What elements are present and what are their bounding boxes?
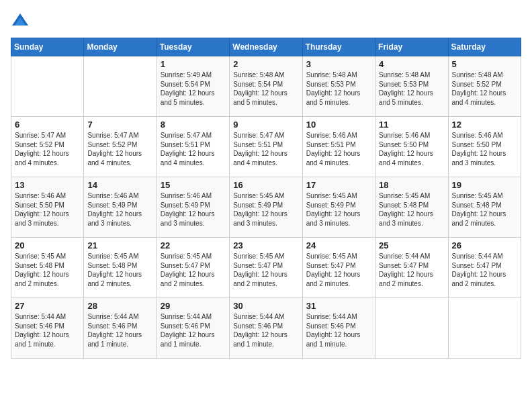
day-number: 12	[452, 120, 517, 130]
header-day-wednesday: Wednesday	[230, 38, 302, 56]
day-info: Sunrise: 5:48 AM Sunset: 5:53 PM Dayligh…	[306, 71, 371, 107]
day-number: 1	[161, 59, 226, 69]
day-number: 7	[87, 120, 152, 130]
calendar-cell: 30Sunrise: 5:44 AM Sunset: 5:46 PM Dayli…	[230, 298, 302, 359]
header-day-tuesday: Tuesday	[157, 38, 229, 56]
day-info: Sunrise: 5:45 AM Sunset: 5:48 PM Dayligh…	[87, 252, 152, 288]
calendar-cell: 2Sunrise: 5:48 AM Sunset: 5:54 PM Daylig…	[230, 56, 302, 117]
header-day-monday: Monday	[84, 38, 157, 56]
day-info: Sunrise: 5:46 AM Sunset: 5:51 PM Dayligh…	[306, 131, 371, 167]
calendar-cell: 1Sunrise: 5:49 AM Sunset: 5:54 PM Daylig…	[157, 56, 229, 117]
day-info: Sunrise: 5:46 AM Sunset: 5:50 PM Dayligh…	[379, 131, 444, 167]
day-number: 13	[15, 180, 80, 190]
day-number: 28	[87, 301, 152, 311]
calendar-cell: 24Sunrise: 5:45 AM Sunset: 5:47 PM Dayli…	[302, 238, 375, 298]
day-info: Sunrise: 5:44 AM Sunset: 5:46 PM Dayligh…	[233, 312, 298, 349]
day-number: 17	[306, 180, 371, 190]
day-number: 8	[161, 120, 226, 130]
day-info: Sunrise: 5:44 AM Sunset: 5:47 PM Dayligh…	[379, 252, 444, 288]
header-day-sunday: Sunday	[11, 38, 84, 56]
calendar-cell: 13Sunrise: 5:46 AM Sunset: 5:50 PM Dayli…	[11, 177, 84, 238]
calendar-cell: 6Sunrise: 5:47 AM Sunset: 5:52 PM Daylig…	[11, 117, 84, 177]
day-info: Sunrise: 5:48 AM Sunset: 5:52 PM Dayligh…	[452, 71, 517, 107]
calendar-cell	[375, 298, 448, 359]
header-row: SundayMondayTuesdayWednesdayThursdayFrid…	[11, 38, 521, 56]
day-info: Sunrise: 5:47 AM Sunset: 5:52 PM Dayligh…	[87, 131, 152, 167]
day-info: Sunrise: 5:45 AM Sunset: 5:47 PM Dayligh…	[306, 252, 371, 288]
day-number: 3	[306, 59, 371, 69]
calendar-cell: 16Sunrise: 5:45 AM Sunset: 5:49 PM Dayli…	[230, 177, 302, 238]
week-row-0: 1Sunrise: 5:49 AM Sunset: 5:54 PM Daylig…	[11, 56, 521, 117]
calendar-cell: 12Sunrise: 5:46 AM Sunset: 5:50 PM Dayli…	[448, 117, 521, 177]
day-info: Sunrise: 5:45 AM Sunset: 5:48 PM Dayligh…	[452, 191, 517, 228]
header	[11, 11, 521, 30]
calendar-cell	[84, 56, 157, 117]
day-info: Sunrise: 5:45 AM Sunset: 5:48 PM Dayligh…	[379, 191, 444, 228]
day-number: 2	[233, 59, 298, 69]
day-number: 6	[15, 120, 80, 130]
day-number: 4	[379, 59, 444, 69]
day-number: 31	[306, 301, 371, 311]
day-info: Sunrise: 5:44 AM Sunset: 5:46 PM Dayligh…	[306, 312, 371, 349]
day-number: 20	[15, 240, 80, 250]
day-number: 11	[379, 120, 444, 130]
logo-icon	[11, 11, 30, 30]
day-info: Sunrise: 5:47 AM Sunset: 5:52 PM Dayligh…	[15, 131, 80, 167]
day-info: Sunrise: 5:44 AM Sunset: 5:46 PM Dayligh…	[87, 312, 152, 349]
calendar-cell: 4Sunrise: 5:48 AM Sunset: 5:53 PM Daylig…	[375, 56, 448, 117]
logo	[11, 11, 32, 30]
day-info: Sunrise: 5:46 AM Sunset: 5:49 PM Dayligh…	[87, 191, 152, 228]
calendar-cell: 5Sunrise: 5:48 AM Sunset: 5:52 PM Daylig…	[448, 56, 521, 117]
day-info: Sunrise: 5:46 AM Sunset: 5:50 PM Dayligh…	[15, 191, 80, 228]
day-number: 9	[233, 120, 298, 130]
day-number: 24	[306, 240, 371, 250]
day-info: Sunrise: 5:44 AM Sunset: 5:46 PM Dayligh…	[161, 312, 226, 349]
calendar-cell: 29Sunrise: 5:44 AM Sunset: 5:46 PM Dayli…	[157, 298, 229, 359]
calendar-cell: 22Sunrise: 5:45 AM Sunset: 5:47 PM Dayli…	[157, 238, 229, 298]
day-info: Sunrise: 5:49 AM Sunset: 5:54 PM Dayligh…	[161, 71, 226, 107]
calendar-cell: 17Sunrise: 5:45 AM Sunset: 5:49 PM Dayli…	[302, 177, 375, 238]
day-number: 19	[452, 180, 517, 190]
calendar-cell: 26Sunrise: 5:44 AM Sunset: 5:47 PM Dayli…	[448, 238, 521, 298]
day-number: 15	[161, 180, 226, 190]
week-row-4: 27Sunrise: 5:44 AM Sunset: 5:46 PM Dayli…	[11, 298, 521, 359]
calendar-cell: 9Sunrise: 5:47 AM Sunset: 5:51 PM Daylig…	[230, 117, 302, 177]
day-info: Sunrise: 5:45 AM Sunset: 5:49 PM Dayligh…	[306, 191, 371, 228]
calendar-cell: 10Sunrise: 5:46 AM Sunset: 5:51 PM Dayli…	[302, 117, 375, 177]
calendar-cell: 7Sunrise: 5:47 AM Sunset: 5:52 PM Daylig…	[84, 117, 157, 177]
day-number: 21	[87, 240, 152, 250]
day-number: 5	[452, 59, 517, 69]
day-number: 29	[161, 301, 226, 311]
day-info: Sunrise: 5:44 AM Sunset: 5:46 PM Dayligh…	[15, 312, 80, 349]
calendar-cell	[11, 56, 84, 117]
calendar-cell: 3Sunrise: 5:48 AM Sunset: 5:53 PM Daylig…	[302, 56, 375, 117]
calendar-cell: 11Sunrise: 5:46 AM Sunset: 5:50 PM Dayli…	[375, 117, 448, 177]
calendar-cell: 25Sunrise: 5:44 AM Sunset: 5:47 PM Dayli…	[375, 238, 448, 298]
day-info: Sunrise: 5:48 AM Sunset: 5:53 PM Dayligh…	[379, 71, 444, 107]
day-info: Sunrise: 5:44 AM Sunset: 5:47 PM Dayligh…	[452, 252, 517, 288]
day-info: Sunrise: 5:46 AM Sunset: 5:49 PM Dayligh…	[161, 191, 226, 228]
calendar-cell: 8Sunrise: 5:47 AM Sunset: 5:51 PM Daylig…	[157, 117, 229, 177]
calendar-cell: 31Sunrise: 5:44 AM Sunset: 5:46 PM Dayli…	[302, 298, 375, 359]
day-info: Sunrise: 5:45 AM Sunset: 5:47 PM Dayligh…	[233, 252, 298, 288]
calendar-cell: 18Sunrise: 5:45 AM Sunset: 5:48 PM Dayli…	[375, 177, 448, 238]
calendar-table: SundayMondayTuesdayWednesdayThursdayFrid…	[11, 38, 521, 359]
day-number: 23	[233, 240, 298, 250]
calendar-cell: 27Sunrise: 5:44 AM Sunset: 5:46 PM Dayli…	[11, 298, 84, 359]
day-number: 16	[233, 180, 298, 190]
week-row-1: 6Sunrise: 5:47 AM Sunset: 5:52 PM Daylig…	[11, 117, 521, 177]
header-day-thursday: Thursday	[302, 38, 375, 56]
calendar-cell: 20Sunrise: 5:45 AM Sunset: 5:48 PM Dayli…	[11, 238, 84, 298]
day-info: Sunrise: 5:45 AM Sunset: 5:47 PM Dayligh…	[161, 252, 226, 288]
day-info: Sunrise: 5:48 AM Sunset: 5:54 PM Dayligh…	[233, 71, 298, 107]
day-number: 22	[161, 240, 226, 250]
calendar-cell: 21Sunrise: 5:45 AM Sunset: 5:48 PM Dayli…	[84, 238, 157, 298]
day-number: 25	[379, 240, 444, 250]
day-info: Sunrise: 5:45 AM Sunset: 5:49 PM Dayligh…	[233, 191, 298, 228]
week-row-3: 20Sunrise: 5:45 AM Sunset: 5:48 PM Dayli…	[11, 238, 521, 298]
calendar-cell: 19Sunrise: 5:45 AM Sunset: 5:48 PM Dayli…	[448, 177, 521, 238]
day-number: 10	[306, 120, 371, 130]
calendar-cell: 23Sunrise: 5:45 AM Sunset: 5:47 PM Dayli…	[230, 238, 302, 298]
day-number: 18	[379, 180, 444, 190]
day-info: Sunrise: 5:45 AM Sunset: 5:48 PM Dayligh…	[15, 252, 80, 288]
